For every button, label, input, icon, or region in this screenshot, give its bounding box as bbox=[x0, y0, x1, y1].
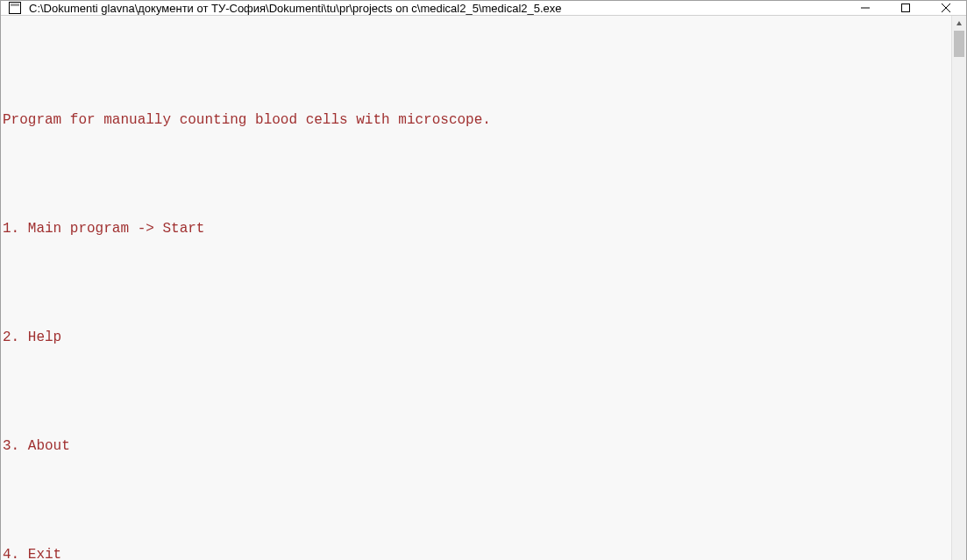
console-output[interactable]: Program for manually counting blood cell… bbox=[1, 16, 951, 560]
console-line bbox=[3, 275, 949, 293]
maximize-button[interactable] bbox=[885, 1, 926, 15]
console-line bbox=[3, 384, 949, 401]
close-button[interactable] bbox=[926, 1, 966, 15]
console-line bbox=[3, 493, 949, 510]
titlebar: C:\Dokumenti glavna\документи от ТУ-Софи… bbox=[1, 1, 966, 16]
console-line: 3. About bbox=[3, 437, 949, 456]
console-line: Program for manually counting blood cell… bbox=[3, 111, 949, 130]
console-line: 2. Help bbox=[3, 329, 949, 347]
minimize-button[interactable] bbox=[845, 1, 885, 15]
console-line bbox=[3, 58, 949, 75]
console-line: 1. Main program -> Start bbox=[3, 220, 949, 238]
svg-marker-7 bbox=[956, 21, 962, 25]
console-body: Program for manually counting blood cell… bbox=[1, 16, 966, 560]
svg-rect-4 bbox=[902, 4, 910, 12]
svg-rect-2 bbox=[11, 4, 19, 6]
console-window: C:\Dokumenti glavna\документи от ТУ-Софи… bbox=[0, 0, 967, 560]
vertical-scrollbar[interactable] bbox=[951, 16, 966, 560]
app-icon bbox=[8, 1, 22, 15]
window-title: C:\Dokumenti glavna\документи от ТУ-Софи… bbox=[29, 2, 845, 15]
window-controls bbox=[845, 1, 966, 15]
scroll-thumb[interactable] bbox=[954, 31, 964, 57]
scroll-track[interactable] bbox=[952, 31, 966, 560]
scroll-up-button[interactable] bbox=[952, 16, 966, 31]
console-line: 4. Exit bbox=[3, 546, 949, 560]
console-line bbox=[3, 167, 949, 184]
